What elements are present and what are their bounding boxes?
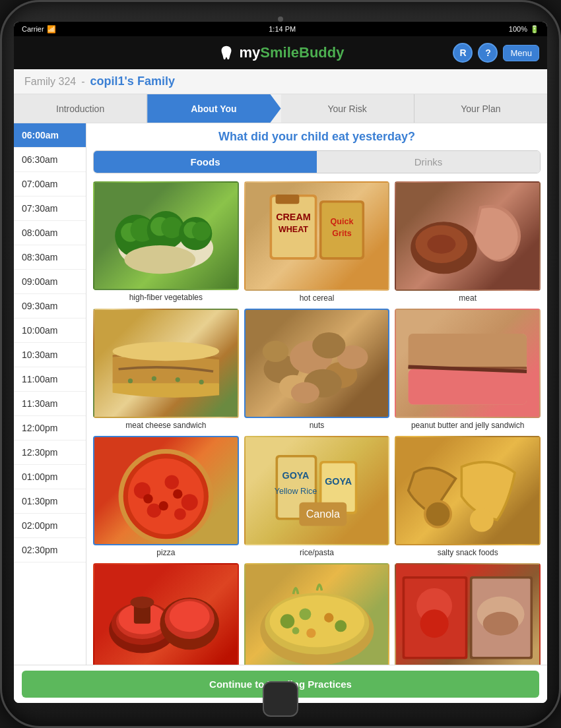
svg-text:Canola: Canola [306, 508, 339, 520]
status-left: Carrier 📶 [22, 25, 56, 34]
tab-your-plan[interactable]: Your Plan [414, 94, 547, 123]
time-slot-1000[interactable]: 10:00am [14, 318, 86, 343]
food-item-sauce[interactable]: tomato sauce [93, 563, 239, 665]
food-image-nuts [244, 309, 390, 418]
r-button[interactable]: R [453, 43, 473, 63]
food-image-mixed [395, 563, 541, 665]
time-slot-0830[interactable]: 08:30am [14, 245, 86, 270]
food-image-pb-jelly [395, 309, 541, 418]
svg-point-51 [143, 494, 152, 503]
svg-rect-39 [409, 334, 527, 369]
svg-point-27 [176, 377, 180, 382]
panel-title: What did your child eat yesterday? [93, 130, 541, 144]
food-item-pizza[interactable]: pizza [93, 436, 239, 558]
food-item-meat[interactable]: meat [395, 181, 541, 303]
food-image-meat [395, 181, 541, 291]
tooth-icon [217, 44, 236, 62]
svg-point-82 [306, 628, 315, 638]
svg-point-53 [159, 501, 168, 510]
nav-tabs: Introduction About You Your Risk Your Pl… [14, 94, 547, 123]
food-item-soup[interactable]: soup/stew [244, 563, 390, 665]
app-header: mySmileBuddy R ? Menu [14, 36, 547, 69]
svg-point-25 [128, 379, 133, 383]
time-slot-1330[interactable]: 01:30pm [14, 489, 86, 514]
svg-point-81 [335, 621, 346, 632]
battery-icon: 🔋 [530, 25, 539, 34]
svg-point-48 [182, 494, 198, 510]
food-image-pizza [93, 436, 239, 545]
svg-point-83 [292, 627, 299, 634]
svg-text:WHEAT: WHEAT [279, 225, 308, 234]
status-right: 100% 🔋 [509, 25, 539, 34]
drinks-tab[interactable]: Drinks [317, 151, 540, 173]
svg-text:Quick: Quick [330, 217, 353, 226]
battery-label: 100% [509, 25, 527, 33]
time-slot-1430[interactable]: 02:30pm [14, 538, 86, 562]
menu-button[interactable]: Menu [503, 45, 539, 61]
food-image-cereal: CREAM WHEAT Quick Grits [244, 181, 390, 291]
food-image-sauce [93, 563, 239, 665]
svg-point-91 [483, 612, 519, 636]
svg-text:GOYA: GOYA [282, 470, 309, 481]
svg-point-47 [165, 475, 180, 490]
food-item-sandwich[interactable]: meat cheese sandwich [93, 309, 239, 431]
svg-point-35 [262, 341, 288, 362]
food-image-rice: GOYA Yellow Rice GOYA Canola [244, 436, 390, 545]
app-name: mySmileBuddy [240, 44, 345, 61]
time-slot-0700[interactable]: 07:00am [14, 172, 86, 197]
carrier-label: Carrier [22, 25, 44, 33]
family-id: Family 324 [24, 76, 76, 88]
svg-rect-41 [409, 369, 527, 405]
food-item-nuts[interactable]: nuts [244, 309, 390, 431]
tab-your-risk[interactable]: Your Risk [281, 94, 414, 123]
svg-point-87 [420, 609, 449, 638]
tab-introduction[interactable]: Introduction [14, 94, 147, 123]
food-image-soup [244, 563, 390, 665]
svg-text:GOYA: GOYA [325, 476, 352, 487]
food-item-vegetables[interactable]: high-fiber vegetables [93, 181, 239, 303]
food-label-cereal: hot cereal [300, 293, 335, 304]
svg-point-79 [299, 609, 311, 621]
status-bar: Carrier 📶 1:14 PM 100% 🔋 [14, 22, 547, 36]
time-slot-1100[interactable]: 11:00am [14, 367, 86, 392]
svg-point-80 [324, 613, 333, 622]
time-slot-1400[interactable]: 02:00pm [14, 514, 86, 538]
svg-point-9 [192, 222, 211, 241]
time-slot-0900[interactable]: 09:00am [14, 270, 86, 294]
time-slot-1200[interactable]: 12:00pm [14, 416, 86, 440]
time-slot-0800[interactable]: 08:00am [14, 221, 86, 245]
header-buttons: R ? Menu [453, 43, 539, 63]
time-slot-1130[interactable]: 11:30am [14, 392, 86, 416]
screen: Carrier 📶 1:14 PM 100% 🔋 mySmileBuddy R [14, 22, 547, 703]
food-label-vegetables: high-fiber vegetables [129, 293, 203, 303]
food-item-mixed[interactable]: other foods [395, 563, 541, 665]
tab-about-you[interactable]: About You [147, 94, 280, 123]
family-separator: - [81, 76, 84, 88]
help-button[interactable]: ? [478, 43, 498, 63]
food-label-snacks: salty snack foods [438, 548, 498, 559]
svg-point-71 [131, 597, 154, 609]
food-image-vegetables [93, 181, 239, 290]
family-name: copil1's Family [90, 75, 175, 88]
time-slot-0630[interactable]: 06:30am [14, 148, 86, 172]
svg-point-36 [312, 332, 345, 358]
app-logo: mySmileBuddy [217, 44, 345, 62]
foods-tab[interactable]: Foods [94, 151, 317, 173]
time-slot-1030[interactable]: 10:30am [14, 343, 86, 367]
svg-point-24 [113, 342, 219, 361]
food-image-snacks [395, 436, 541, 545]
time-slot-1300[interactable]: 01:00pm [14, 465, 86, 489]
food-label-meat: meat [459, 293, 477, 304]
wifi-icon: 📶 [47, 25, 56, 34]
food-item-cereal[interactable]: CREAM WHEAT Quick Grits hot cereal [244, 181, 390, 303]
time-slot-0600[interactable]: 06:00am [14, 123, 86, 148]
time-slot-1230[interactable]: 12:30pm [14, 440, 86, 465]
main-content: 06:00am 06:30am 07:00am 07:30am 08:00am … [14, 123, 547, 665]
time-slot-0730[interactable]: 07:30am [14, 197, 86, 221]
continue-button[interactable]: Continue to Feeding Practices [22, 671, 539, 698]
food-item-pb-jelly[interactable]: peanut butter and jelly sandwich [395, 309, 541, 431]
food-item-rice[interactable]: GOYA Yellow Rice GOYA Canola rice/pasta [244, 436, 390, 558]
food-label-pb-jelly: peanut butter and jelly sandwich [411, 421, 524, 431]
time-slot-0930[interactable]: 09:30am [14, 294, 86, 318]
food-item-snacks[interactable]: salty snack foods [395, 436, 541, 558]
